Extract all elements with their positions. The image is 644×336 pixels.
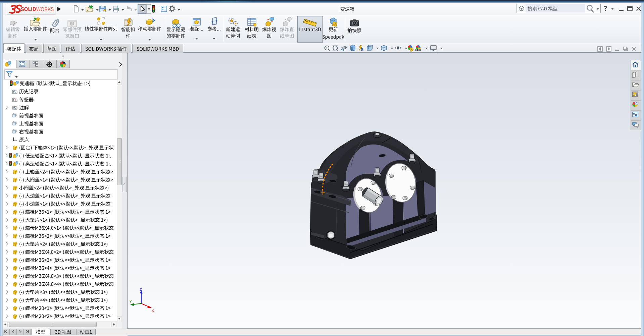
svg-text:X: X [152, 309, 154, 313]
svg-text:Y: Y [130, 300, 132, 304]
svg-text:Z: Z [140, 288, 142, 292]
